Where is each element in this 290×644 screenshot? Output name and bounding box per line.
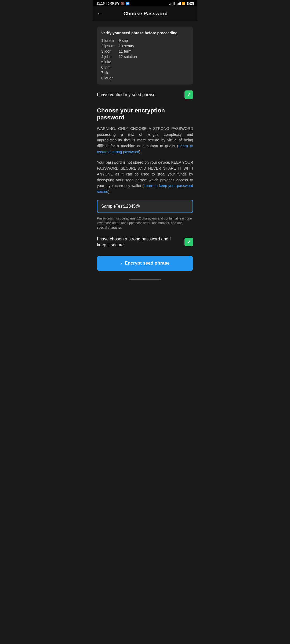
verify-label: I have verified my seed phrase: [97, 92, 155, 97]
status-bar: 11:16 | 0.0KB/s 🔇 ✉ 📶 87%: [93, 0, 197, 6]
warning-text-1: WARNING: ONLY CHOOSE A STRONG PASSWORD p…: [97, 126, 193, 155]
encrypt-button-label: Encrypt seed phrase: [125, 261, 169, 266]
seed-grid: 1 lorem 2 ipsum 3 idor 4 john 5 luke 6 t…: [101, 38, 189, 80]
network-speed: 0.0KB/s: [108, 2, 119, 5]
seed-word-9: 9 sap: [119, 38, 137, 43]
seed-word-11: 11 term: [119, 49, 137, 53]
mute-icon: 🔇: [121, 2, 125, 5]
page-title: Choose Password: [106, 11, 185, 17]
signal-bars-1: [169, 2, 175, 5]
seed-word-8: 8 laugh: [101, 76, 114, 80]
seed-word-2: 2 ipsum: [101, 44, 114, 48]
verify-row: I have verified my seed phrase: [97, 89, 193, 100]
home-indicator: [93, 276, 197, 282]
seed-word-10: 10 sentry: [119, 44, 137, 48]
encryption-section-title: Choose your encryption password: [97, 107, 193, 121]
seed-phrase-title: Verify your seed phrase before proceedin…: [101, 31, 189, 35]
strong-password-label: I have chosen a strong password and I ke…: [97, 236, 180, 248]
seed-col-1: 1 lorem 2 ipsum 3 idor 4 john 5 luke 6 t…: [101, 38, 114, 80]
encrypt-button[interactable]: › Encrypt seed phrase: [97, 256, 193, 271]
seed-word-4: 4 john: [101, 54, 114, 59]
encrypt-button-icon: ›: [120, 261, 122, 266]
password-hint: Passwords must be at least 12 characters…: [97, 216, 193, 230]
battery: 87%: [187, 2, 194, 5]
header: ← Choose Password: [93, 6, 197, 21]
strong-password-checkbox[interactable]: [184, 238, 193, 246]
seed-word-1: 1 lorem: [101, 38, 114, 43]
seed-phrase-box: Verify your seed phrase before proceedin…: [97, 27, 193, 85]
status-left: 11:16 | 0.0KB/s 🔇 ✉: [96, 2, 129, 5]
seed-col-2: 9 sap 10 sentry 11 term 12 solution: [119, 38, 137, 80]
seed-word-7: 7 tik: [101, 71, 114, 75]
separator: |: [106, 2, 107, 5]
seed-word-12: 12 solution: [119, 54, 137, 59]
warning-text-2: Your password is not stored on your devi…: [97, 160, 193, 195]
password-input[interactable]: [101, 204, 189, 209]
wifi-icon: 📶: [182, 2, 186, 5]
seed-word-3: 3 idor: [101, 49, 114, 53]
seed-word-6: 6 trim: [101, 65, 114, 69]
signal-bars-2: [176, 2, 181, 5]
time: 11:16: [96, 2, 105, 5]
seed-word-5: 5 luke: [101, 60, 114, 64]
main-content: Verify your seed phrase before proceedin…: [93, 21, 197, 276]
status-right: 📶 87%: [169, 2, 194, 5]
message-icon: ✉: [126, 2, 129, 5]
strong-password-row: I have chosen a strong password and I ke…: [97, 235, 193, 249]
verify-checkbox[interactable]: [184, 90, 193, 99]
home-bar: [129, 279, 161, 280]
password-input-wrapper[interactable]: [97, 200, 193, 213]
back-button[interactable]: ←: [97, 10, 106, 17]
